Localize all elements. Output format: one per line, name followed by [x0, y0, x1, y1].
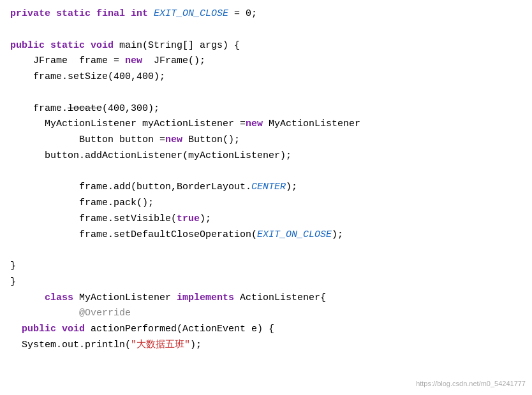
code-line: frame.setDefaultCloseOperation(EXIT_ON_C…: [10, 227, 522, 243]
code-line: frame.add(button,BorderLayout.CENTER);: [10, 180, 522, 196]
code-editor: private static final int EXIT_ON_CLOSE =…: [0, 0, 532, 395]
code-line: System.out.println("大数据五班");: [10, 338, 522, 354]
code-line: public static void main(String[] args) {: [10, 38, 522, 54]
code-line: frame.setVisible(true);: [10, 212, 522, 227]
code-line: frame.setSize(400,400);: [10, 69, 522, 85]
code-line: [10, 22, 522, 38]
code-line: class MyActionListener implements Action…: [10, 291, 522, 306]
code-line: frame.locate(400,300);: [10, 101, 522, 117]
code-line: @Override: [10, 306, 522, 322]
code-line: button.addActionListener(myActionListene…: [10, 148, 522, 164]
watermark: https://blog.csdn.net/m0_54241777: [416, 378, 526, 390]
code-line: [10, 85, 522, 101]
code-line: JFrame frame = new JFrame();: [10, 54, 522, 69]
code-line: public void actionPerformed(ActionEvent …: [10, 322, 522, 338]
code-line: private static final int EXIT_ON_CLOSE =…: [10, 6, 522, 22]
code-line: }: [10, 259, 522, 275]
code-line: MyActionListener myActionListener =new M…: [10, 117, 522, 133]
code-line: Button button =new Button();: [10, 133, 522, 148]
code-line: frame.pack();: [10, 196, 522, 212]
code-line: [10, 164, 522, 180]
code-line: [10, 243, 522, 259]
code-line: }: [10, 275, 522, 291]
